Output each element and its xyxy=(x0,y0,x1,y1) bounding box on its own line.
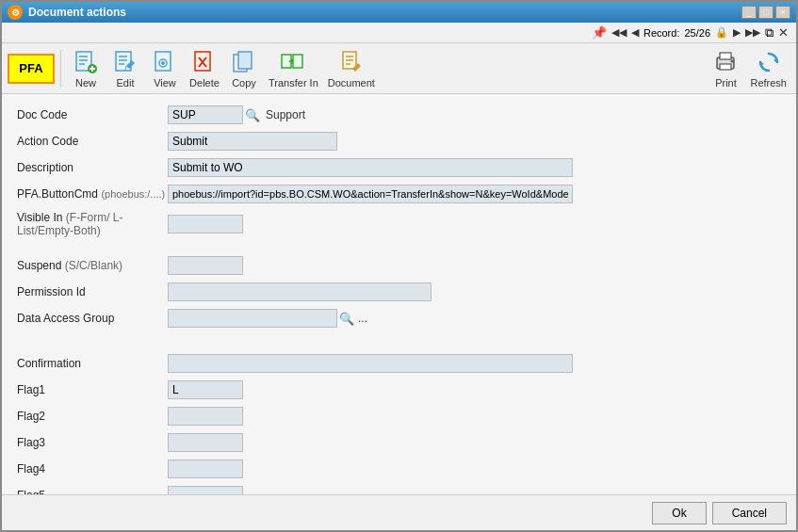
action-code-label: Action Code xyxy=(17,135,168,148)
refresh-icon xyxy=(756,49,782,75)
suspend-input[interactable] xyxy=(168,256,243,275)
transfer-in-icon xyxy=(280,49,306,75)
flag4-input[interactable] xyxy=(168,459,243,478)
window-close-icon[interactable]: ✕ xyxy=(778,25,789,40)
first-record-button[interactable]: ◀◀ xyxy=(611,26,627,39)
refresh-button[interactable]: Refresh xyxy=(746,47,790,90)
new-icon xyxy=(73,49,99,75)
footer: Ok Cancel xyxy=(2,494,796,530)
data-access-group-input[interactable] xyxy=(168,309,337,328)
restore-icon[interactable]: ⧉ xyxy=(765,25,774,40)
permission-id-input[interactable] xyxy=(168,282,432,301)
flag4-row: Flag4 xyxy=(17,459,781,478)
pfa-button-cmd-input[interactable] xyxy=(168,185,573,203)
ok-button[interactable]: Ok xyxy=(652,502,706,524)
record-value: 25/26 xyxy=(684,27,710,39)
pin-icon[interactable]: 📌 xyxy=(592,25,607,40)
flag3-label: Flag3 xyxy=(17,436,168,449)
visible-in-row: Visible In (F-Form/ L-List/Empty-Both) xyxy=(17,211,781,237)
flag1-row: Flag1 xyxy=(17,380,781,399)
print-button[interactable]: Print xyxy=(707,47,744,90)
copy-label: Copy xyxy=(232,77,256,89)
data-access-group-hint: ... xyxy=(358,312,367,325)
visible-in-label: Visible In (F-Form/ L-List/Empty-Both) xyxy=(17,211,168,237)
action-code-input[interactable] xyxy=(168,132,337,151)
new-button[interactable]: New xyxy=(67,47,105,90)
flag2-label: Flag2 xyxy=(17,410,168,423)
description-row: Description xyxy=(17,158,781,177)
form-content: Doc Code 🔍 Support Action Code Descripti… xyxy=(2,94,796,494)
flag5-input[interactable] xyxy=(168,486,243,494)
view-label: View xyxy=(154,77,176,89)
svg-point-14 xyxy=(161,61,165,65)
maximize-button[interactable]: □ xyxy=(758,6,774,19)
print-label: Print xyxy=(715,77,737,89)
visible-in-input[interactable] xyxy=(168,215,243,234)
document-label: Document xyxy=(328,77,375,89)
copy-icon xyxy=(231,49,257,75)
edit-label: Edit xyxy=(117,77,135,89)
edit-button[interactable]: Edit xyxy=(106,47,144,90)
copy-button[interactable]: Copy xyxy=(225,47,263,90)
description-input[interactable] xyxy=(168,158,573,177)
svg-rect-30 xyxy=(720,53,731,59)
flag3-row: Flag3 xyxy=(17,433,781,452)
data-access-group-label: Data Access Group xyxy=(17,312,168,325)
delete-icon xyxy=(191,49,218,75)
permission-id-row: Permission Id xyxy=(17,282,781,301)
toolbar: PFA New xyxy=(2,43,796,94)
minimize-button[interactable]: _ xyxy=(741,6,757,19)
description-label: Description xyxy=(17,161,168,174)
transfer-in-button[interactable]: Transfer In xyxy=(265,47,322,90)
main-window: ⚙ Document actions _ □ × 📌 ◀◀ ◀ Record: … xyxy=(0,0,798,532)
window-title: Document actions xyxy=(28,6,126,19)
edit-icon xyxy=(112,49,138,75)
doc-code-hint: Support xyxy=(266,108,305,121)
record-label: Record: xyxy=(643,27,680,39)
flag2-row: Flag2 xyxy=(17,407,781,426)
svg-rect-31 xyxy=(720,64,731,70)
data-access-group-search-icon[interactable]: 🔍 xyxy=(339,312,354,326)
svg-point-32 xyxy=(731,59,734,62)
new-label: New xyxy=(75,77,96,89)
delete-button[interactable]: Delete xyxy=(186,47,223,90)
doc-code-search-icon[interactable]: 🔍 xyxy=(245,108,260,122)
pfa-button[interactable]: PFA xyxy=(8,54,55,84)
title-bar: ⚙ Document actions _ □ × xyxy=(2,2,796,23)
close-button[interactable]: × xyxy=(775,6,790,19)
print-icon xyxy=(712,49,739,75)
flag1-label: Flag1 xyxy=(17,383,168,396)
flag1-input[interactable] xyxy=(168,380,243,399)
lock-icon[interactable]: 🔒 xyxy=(715,26,728,39)
data-access-group-row: Data Access Group 🔍 ... xyxy=(17,309,781,328)
refresh-label: Refresh xyxy=(750,77,787,89)
last-record-button[interactable]: ▶▶ xyxy=(745,26,760,39)
flag3-input[interactable] xyxy=(168,433,243,452)
next-record-button[interactable]: ▶ xyxy=(733,26,741,39)
confirmation-input[interactable] xyxy=(168,354,573,373)
prev-record-button[interactable]: ◀ xyxy=(631,26,639,39)
pfa-button-cmd-sub: (phoebus:/....) xyxy=(101,188,165,200)
svg-marker-34 xyxy=(760,61,764,66)
flag4-label: Flag4 xyxy=(17,462,168,476)
pfa-button-cmd-label: PFA.ButtonCmd (phoebus:/....) xyxy=(17,187,168,201)
flag2-input[interactable] xyxy=(168,407,243,426)
view-button[interactable]: View xyxy=(146,47,184,90)
permission-id-label: Permission Id xyxy=(17,285,168,298)
doc-code-input[interactable] xyxy=(168,105,243,124)
doc-code-row: Doc Code 🔍 Support xyxy=(17,105,781,124)
svg-rect-21 xyxy=(293,55,302,68)
action-code-row: Action Code xyxy=(17,132,781,151)
svg-marker-33 xyxy=(774,58,777,63)
pfa-button-cmd-row: PFA.ButtonCmd (phoebus:/....) xyxy=(17,185,781,203)
transfer-in-label: Transfer In xyxy=(269,77,318,89)
confirmation-row: Confirmation xyxy=(17,354,781,373)
toolbar-sep-1 xyxy=(60,50,61,88)
confirmation-label: Confirmation xyxy=(17,357,168,370)
cancel-button[interactable]: Cancel xyxy=(712,502,787,524)
title-bar-controls: _ □ × xyxy=(741,6,790,19)
flag5-row: Flag5 xyxy=(17,486,781,494)
app-icon: ⚙ xyxy=(8,5,23,20)
doc-code-label: Doc Code xyxy=(17,108,168,121)
document-button[interactable]: Document xyxy=(324,47,379,90)
